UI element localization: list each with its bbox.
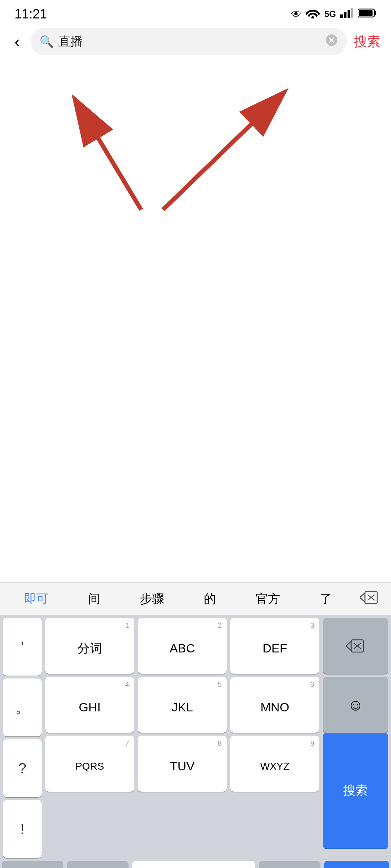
keyboard-rows: 1 分词 2 ABC 3 DEF — [43, 615, 391, 851]
keyboard-main: ' 。 ? ! 1 分词 2 ABC 3 — [0, 615, 391, 858]
keyboard: ' 。 ? ! 1 分词 2 ABC 3 — [0, 615, 391, 868]
search-button[interactable]: 搜索 — [354, 33, 380, 51]
svg-rect-2 — [344, 12, 346, 18]
suggestion-delete-button[interactable] — [355, 590, 384, 608]
key-comma[interactable]: ' — [3, 618, 42, 676]
key-7-num: 7 — [125, 739, 129, 748]
suggestion-item-2[interactable]: 步骤 — [123, 587, 181, 611]
key-3-num: 3 — [310, 621, 314, 630]
key-4-label: GHI — [79, 700, 101, 714]
keyboard-left-col: ' 。 ? ! — [0, 615, 43, 858]
keyboard-row-1: 1 分词 2 ABC 3 DEF — [43, 615, 391, 674]
key-period[interactable]: 。 — [3, 678, 42, 736]
status-icons: 👁 5G — [291, 8, 377, 21]
key-emoji[interactable]: ☺ — [323, 677, 388, 733]
key-4-ghi[interactable]: 4 GHI — [45, 677, 134, 733]
key-2-num: 2 — [218, 621, 222, 630]
key-7-pqrs[interactable]: 7 PQRS — [45, 736, 134, 792]
key-2-abc[interactable]: 2 ABC — [138, 618, 227, 674]
key-7-label: PQRS — [75, 761, 104, 772]
svg-rect-4 — [351, 8, 353, 18]
key-question[interactable]: ? — [3, 739, 42, 797]
key-4-num: 4 — [125, 680, 129, 689]
status-bar: 11:21 👁 5G — [0, 0, 391, 25]
suggestion-item-1[interactable]: 间 — [65, 587, 123, 611]
svg-marker-15 — [360, 593, 365, 602]
key-delete[interactable] — [323, 618, 388, 674]
key-5-label: JKL — [172, 700, 193, 714]
key-8-num: 8 — [218, 739, 222, 748]
svg-rect-1 — [340, 14, 343, 18]
status-time: 11:21 — [14, 7, 47, 22]
keyboard-bottom-row: 符号 🌐 中/英 🎤 0 123 搜索 — [0, 858, 391, 868]
key-search-bottom[interactable]: 搜索 — [324, 861, 389, 868]
keyboard-row-3: 7 PQRS 8 TUV 9 WXYZ 搜索 — [43, 733, 391, 851]
key-9-num: 9 — [310, 739, 314, 748]
suggestion-item-4[interactable]: 官方 — [239, 587, 297, 611]
search-input[interactable]: 直播 — [58, 33, 321, 50]
suggestion-item-3[interactable]: 的 — [181, 587, 239, 611]
key-8-label: TUV — [170, 759, 195, 773]
search-bar-row: ‹ 🔍 直播 搜索 — [0, 25, 391, 58]
bars-icon — [340, 8, 353, 21]
search-icon: 🔍 — [39, 35, 54, 48]
key-6-num: 6 — [310, 680, 314, 689]
key-1-label: 分词 — [77, 640, 102, 657]
keyboard-right-area: 1 分词 2 ABC 3 DEF — [43, 615, 391, 858]
key-search-label: 搜索 — [343, 782, 368, 799]
search-box[interactable]: 🔍 直播 — [31, 28, 347, 55]
svg-point-0 — [311, 16, 314, 18]
clear-button[interactable] — [325, 34, 338, 50]
svg-rect-7 — [359, 10, 373, 16]
key-3-label: DEF — [262, 641, 287, 655]
key-exclaim[interactable]: ! — [3, 800, 42, 858]
key-6-mno[interactable]: 6 MNO — [230, 677, 319, 733]
key-lang[interactable]: 🌐 中/英 — [67, 861, 129, 868]
key-9-wxyz[interactable]: 9 WXYZ — [230, 736, 319, 792]
key-space[interactable]: 🎤 0 — [132, 861, 255, 868]
suggestion-item-0[interactable]: 即可 — [7, 587, 65, 611]
battery-icon — [358, 8, 377, 21]
ime-suggestion-bar: 即可 间 步骤 的 官方 了 — [0, 582, 391, 615]
key-2-label: ABC — [170, 641, 195, 655]
key-5-num: 5 — [218, 680, 222, 689]
key-6-label: MNO — [261, 700, 289, 714]
key-9-label: WXYZ — [260, 761, 290, 772]
signal-icon: 5G — [324, 9, 336, 19]
key-3-def[interactable]: 3 DEF — [230, 618, 319, 674]
key-5-jkl[interactable]: 5 JKL — [138, 677, 227, 733]
key-search[interactable]: 搜索 — [323, 733, 388, 848]
svg-line-13 — [163, 94, 282, 210]
svg-marker-19 — [346, 641, 351, 651]
key-1-fenci[interactable]: 1 分词 — [45, 618, 134, 674]
keyboard-row-2: 4 GHI 5 JKL 6 MNO ☺ — [43, 674, 391, 733]
key-symbol[interactable]: 符号 — [2, 861, 63, 868]
key-8-tuv[interactable]: 8 TUV — [138, 736, 227, 792]
eye-icon: 👁 — [291, 8, 301, 20]
key-123[interactable]: 123 — [259, 861, 320, 868]
annotation-arrows — [0, 58, 391, 246]
key-1-num: 1 — [125, 621, 129, 630]
svg-rect-6 — [374, 11, 376, 15]
svg-rect-3 — [348, 10, 350, 18]
suggestion-item-5[interactable]: 了 — [297, 587, 355, 611]
back-button[interactable]: ‹ — [11, 34, 24, 50]
svg-line-12 — [76, 101, 141, 210]
wifi-icon — [306, 8, 320, 21]
